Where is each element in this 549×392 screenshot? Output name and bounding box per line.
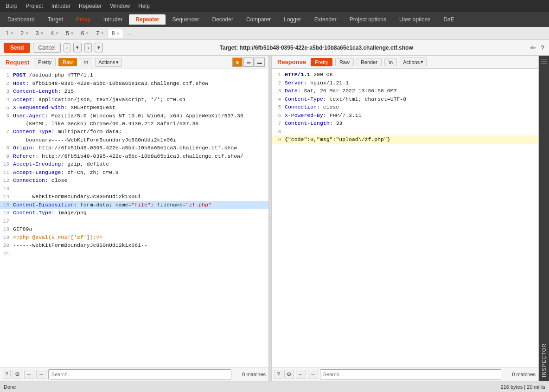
- req-search-next[interactable]: →: [36, 370, 46, 379]
- response-code-area[interactable]: 1 HTTP/1.1 200 OK 2 Server: nginx/1.21.1…: [272, 69, 538, 367]
- resp-line-6: 6 X-Powered-By: PHP/7.3.11: [272, 111, 538, 120]
- request-search-input[interactable]: [48, 369, 231, 379]
- request-code-area[interactable]: 1 POST /upload.php HTTP/1.1 2 Host: 6fb5…: [0, 69, 268, 367]
- response-panel: Response Pretty Raw Render \n Actions ▾ …: [272, 56, 539, 381]
- inspector-sidebar: INSPECTOR: [539, 56, 549, 381]
- tab-logger[interactable]: Logger: [277, 14, 307, 25]
- resp-search-next[interactable]: →: [308, 370, 318, 379]
- view-split-btn[interactable]: ⊞: [232, 58, 243, 67]
- tab-project-options[interactable]: Project options: [343, 14, 393, 25]
- nav-dropdown-button[interactable]: ▾: [73, 43, 82, 52]
- nav-next-button[interactable]: ›: [84, 43, 92, 52]
- response-search-input[interactable]: [320, 369, 501, 379]
- tab-user-options[interactable]: User options: [393, 14, 437, 25]
- request-panel: Request Pretty Raw \n Actions ▾ ⊞ ☰ ▬ 1 …: [0, 56, 269, 381]
- rep-tab-8[interactable]: 8 ×: [108, 29, 124, 38]
- rep-tab-2[interactable]: 2 ×: [17, 29, 32, 38]
- rep-tab-6[interactable]: 6 ×: [77, 29, 93, 38]
- view-single-btn[interactable]: ▬: [255, 58, 265, 67]
- split-view-icon: ⊞: [236, 60, 239, 65]
- tab-intruder[interactable]: Intruder: [97, 14, 129, 25]
- edit-target-button[interactable]: ✏: [530, 43, 537, 52]
- view-toggle: ⊞ ☰ ▬: [232, 58, 265, 67]
- nav-prev-button[interactable]: ‹: [64, 43, 71, 52]
- rep-tab-7-close[interactable]: ×: [101, 31, 104, 36]
- rep-tab-8-close[interactable]: ×: [116, 31, 119, 36]
- resp-pretty-btn[interactable]: Pretty: [311, 58, 332, 66]
- rep-tab-1-close[interactable]: ×: [11, 31, 13, 36]
- req-pretty-btn[interactable]: Pretty: [34, 58, 56, 66]
- req-line-10: 10 Accept-Encoding: gzip, deflate: [0, 160, 268, 168]
- status-bar: Done 216 bytes | 20 millis: [0, 381, 549, 392]
- rep-tab-5[interactable]: 5 ×: [62, 29, 77, 38]
- rep-tab-2-close[interactable]: ×: [26, 31, 28, 36]
- resp-line-3: 3 Date: Sat, 26 Mar 2022 13:56:58 GMT: [272, 87, 538, 95]
- req-line-5: 5 X-Requested-With: XMLHttpRequest: [0, 103, 268, 112]
- menu-burp[interactable]: Burp: [2, 2, 21, 10]
- tab-extender[interactable]: Extender: [308, 14, 343, 25]
- req-search-prev[interactable]: ←: [24, 370, 34, 379]
- req-line-14: 14 ------WebKitFormBoundaryJc8G0nUdi2k1x…: [0, 193, 268, 201]
- resp-raw-btn[interactable]: Raw: [335, 58, 354, 66]
- req-newline-btn[interactable]: \n: [80, 58, 92, 66]
- rep-tab-3[interactable]: 3 ×: [32, 29, 47, 38]
- repeater-tab-row: 1 × 2 × 3 × 4 × 5 × 6 × 7 × 8 × ...: [0, 27, 549, 40]
- resp-newline-btn[interactable]: \n: [384, 58, 397, 66]
- rep-tab-4[interactable]: 4 ×: [47, 29, 63, 38]
- menu-repeater[interactable]: Repeater: [75, 2, 105, 10]
- resp-search-help[interactable]: ?: [274, 370, 282, 379]
- req-line-16: 16 Content-Type: image/png: [0, 209, 268, 217]
- req-line-4: 4 Accept: application/json, text/javascr…: [0, 96, 268, 104]
- resp-search-settings[interactable]: ⚙: [284, 370, 294, 379]
- tab-decoder[interactable]: Decoder: [206, 14, 240, 25]
- response-panel-header: Response Pretty Raw Render \n Actions ▾: [272, 56, 538, 69]
- menu-window[interactable]: Window: [106, 2, 134, 10]
- req-search-settings[interactable]: ⚙: [13, 370, 22, 379]
- request-search-bar: ? ⚙ ← → 0 matches: [0, 367, 268, 381]
- rep-tab-7[interactable]: 7 ×: [92, 29, 108, 38]
- resp-line-4: 4 Content-Type: text/html; charset=UTF-8: [272, 95, 538, 103]
- rep-tab-ellipsis[interactable]: ...: [123, 29, 135, 38]
- nav-forward-button[interactable]: ▾: [95, 43, 103, 52]
- tab-target[interactable]: Target: [41, 14, 70, 25]
- tab-comparer[interactable]: Comparer: [240, 14, 277, 25]
- req-raw-btn[interactable]: Raw: [58, 58, 77, 66]
- resp-actions-btn[interactable]: Actions ▾: [400, 58, 427, 66]
- req-line-6: 6 User-Agent: Mozilla/5.0 (Windows NT 10…: [0, 112, 268, 120]
- req-line-8: 8 Origin: http://6fb51b48-0395-422e-a5bd…: [0, 144, 268, 152]
- resp-line-1: 1 HTTP/1.1 200 OK: [272, 71, 538, 79]
- req-line-17: 17: [0, 217, 268, 225]
- menu-intruder[interactable]: Intruder: [48, 2, 74, 10]
- cancel-button[interactable]: Cancel: [33, 43, 60, 53]
- rep-tab-5-close[interactable]: ×: [71, 31, 74, 36]
- req-line-3: 3 Content-Length: 215: [0, 87, 268, 96]
- tab-sequencer[interactable]: Sequencer: [166, 14, 205, 25]
- tab-proxy[interactable]: Proxy: [70, 14, 97, 25]
- menu-help[interactable]: Help: [134, 2, 153, 10]
- send-button[interactable]: Send: [4, 43, 30, 53]
- tab-dashboard[interactable]: Dashboard: [1, 14, 41, 25]
- req-line-7: 7 Content-Type: multipart/form-data;: [0, 128, 268, 136]
- menu-project[interactable]: Project: [22, 2, 46, 10]
- rep-tab-6-close[interactable]: ×: [86, 31, 89, 36]
- toolbar: Send Cancel ‹ ▾ › ▾ Target: http://6fb51…: [0, 40, 549, 56]
- rep-tab-3-close[interactable]: ×: [41, 31, 44, 36]
- resp-render-btn[interactable]: Render: [357, 58, 382, 66]
- main-content: Request Pretty Raw \n Actions ▾ ⊞ ☰ ▬ 1 …: [0, 56, 549, 381]
- req-actions-label: Actions: [98, 59, 115, 65]
- req-line-20: 20 ------WebKitFormBoundaryJc8G0nUdi2k1x…: [0, 241, 268, 250]
- req-search-help[interactable]: ?: [3, 370, 11, 379]
- resp-actions-chevron: ▾: [421, 59, 423, 65]
- response-search-bar: ? ⚙ ← → 0 matches: [272, 367, 538, 381]
- help-button[interactable]: ?: [540, 43, 545, 52]
- rep-tab-4-close[interactable]: ×: [56, 31, 58, 36]
- resp-line-2: 2 Server: nginx/1.21.1: [272, 79, 538, 87]
- resp-search-prev[interactable]: ←: [296, 370, 306, 379]
- resp-line-8: 8: [272, 128, 538, 136]
- tab-dae[interactable]: DaE: [437, 14, 460, 25]
- tab-repeater[interactable]: Repeater: [129, 14, 166, 25]
- req-actions-btn[interactable]: Actions ▾: [95, 58, 122, 67]
- status-right: 216 bytes | 20 millis: [501, 384, 545, 390]
- rep-tab-1[interactable]: 1 ×: [2, 29, 17, 38]
- view-list-btn[interactable]: ☰: [243, 58, 254, 67]
